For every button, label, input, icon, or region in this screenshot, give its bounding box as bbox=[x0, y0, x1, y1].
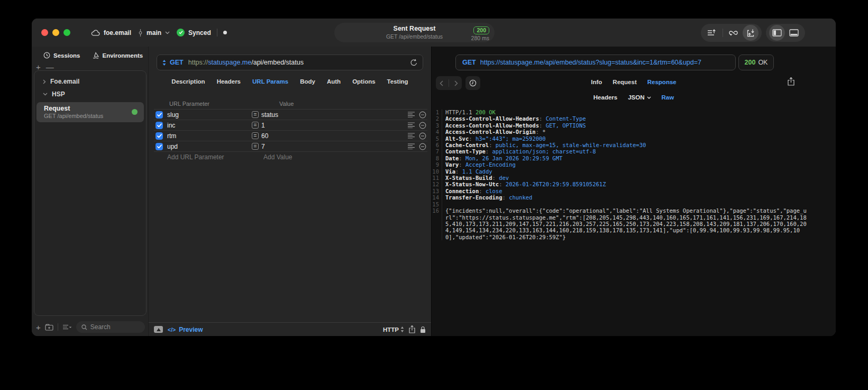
raw-response-body[interactable]: 1HTTP/1.1 200 OK2Access-Control-Allow-He… bbox=[432, 106, 836, 336]
request-item-title: Request bbox=[44, 105, 138, 112]
header-name: Connection bbox=[445, 188, 479, 194]
param-checkbox[interactable] bbox=[156, 122, 163, 129]
line-content: Transfer-Encoding: chunked bbox=[442, 194, 532, 201]
close-window-button[interactable] bbox=[41, 29, 48, 36]
minimize-window-button[interactable] bbox=[52, 29, 59, 36]
header-name: Transfer-Encoding bbox=[445, 194, 502, 201]
param-name[interactable]: inc bbox=[167, 122, 252, 129]
sessions-tree: Foe.email HSP Request GET /api/embed/sta… bbox=[34, 70, 147, 316]
add-session-icon[interactable]: + bbox=[36, 62, 41, 71]
tab-testing[interactable]: Testing bbox=[387, 78, 408, 85]
header-name: X-Status-Now-Utc bbox=[445, 181, 499, 187]
url-scheme: https:// bbox=[188, 59, 208, 66]
line-number: 13 bbox=[432, 188, 442, 194]
list-style-icon[interactable] bbox=[62, 324, 72, 330]
equals-icon: = bbox=[252, 132, 259, 139]
header-value: GET, OPTIONS bbox=[546, 122, 586, 129]
request-method[interactable]: GET bbox=[170, 59, 184, 66]
response-tab-response[interactable]: Response bbox=[647, 79, 677, 85]
param-checkbox[interactable] bbox=[156, 143, 163, 150]
sync-status-label[interactable]: Synced bbox=[188, 29, 211, 37]
sidebar-search-input[interactable]: Search bbox=[76, 321, 145, 333]
subtab-headers[interactable]: Headers bbox=[593, 94, 617, 101]
remove-param-icon[interactable] bbox=[419, 111, 426, 119]
remove-session-icon[interactable]: — bbox=[46, 62, 54, 71]
subtab-json[interactable]: JSON bbox=[628, 94, 651, 101]
param-row: rtm=60 bbox=[154, 130, 427, 141]
project-name[interactable]: foe.email bbox=[104, 29, 131, 37]
response-url-box[interactable]: GET https://statuspage.me/api/embed/stat… bbox=[455, 55, 736, 70]
code-line: 2Access-Control-Allow-Headers: Content-T… bbox=[432, 115, 836, 122]
lock-icon[interactable] bbox=[420, 326, 426, 333]
drag-handle-icon[interactable] bbox=[407, 143, 415, 149]
line-number: 15 bbox=[432, 201, 442, 207]
share-icon[interactable] bbox=[409, 325, 415, 333]
new-folder-icon[interactable] bbox=[45, 324, 53, 331]
param-name[interactable]: upd bbox=[167, 143, 252, 150]
status-dot-icon[interactable] bbox=[223, 31, 227, 34]
line-number: 3 bbox=[432, 122, 442, 129]
param-checkbox[interactable] bbox=[156, 132, 163, 140]
param-checkbox[interactable] bbox=[156, 111, 163, 119]
layout-bottom-icon[interactable] bbox=[786, 25, 802, 41]
tree-group-foe-email[interactable]: Foe.email bbox=[34, 75, 146, 88]
param-value[interactable]: 7 bbox=[261, 143, 265, 150]
branch-name[interactable]: main bbox=[147, 29, 161, 37]
line-content: Access-Control-Allow-Headers: Content-Ty… bbox=[442, 115, 586, 122]
drag-handle-icon[interactable] bbox=[407, 112, 415, 117]
param-value[interactable]: 1 bbox=[261, 122, 265, 129]
layout-sidebar-icon[interactable] bbox=[769, 25, 785, 41]
sync-loop-icon[interactable] bbox=[726, 25, 742, 41]
chevron-down-icon bbox=[43, 93, 48, 96]
line-number: 5 bbox=[432, 135, 442, 142]
param-value[interactable]: status bbox=[261, 111, 278, 119]
remove-param-icon[interactable] bbox=[419, 143, 426, 150]
remove-param-icon[interactable] bbox=[419, 132, 426, 140]
request-duration: 280 ms bbox=[471, 35, 489, 41]
add-param-row[interactable]: Add URL Parameter Add Value bbox=[154, 151, 427, 162]
editor-toggle-icon[interactable] bbox=[154, 326, 163, 333]
remove-param-icon[interactable] bbox=[419, 122, 426, 129]
drag-handle-icon[interactable] bbox=[407, 133, 415, 139]
add-param-name[interactable]: Add URL Parameter bbox=[167, 153, 252, 161]
tab-description[interactable]: Description bbox=[171, 78, 205, 85]
param-name[interactable]: slug bbox=[167, 111, 252, 119]
sent-request-pill[interactable]: Sent Request GET /api/embed/status 200 2… bbox=[334, 23, 495, 42]
line-content bbox=[442, 201, 445, 207]
line-number: 7 bbox=[432, 148, 442, 155]
tab-url-params[interactable]: URL Params bbox=[252, 78, 288, 85]
response-tab-info[interactable]: Info bbox=[591, 79, 602, 85]
branch-icon bbox=[138, 29, 143, 37]
chevron-down-icon[interactable] bbox=[165, 31, 170, 34]
protocol-selector[interactable]: HTTP bbox=[383, 326, 404, 333]
zoom-window-button[interactable] bbox=[63, 29, 70, 36]
header-value: Accept-Encoding bbox=[465, 161, 516, 168]
resend-request-icon[interactable] bbox=[410, 59, 417, 66]
status-protocol: HTTP/1.1 bbox=[445, 109, 476, 115]
request-list-item-selected[interactable]: Request GET /api/embed/status bbox=[36, 102, 144, 122]
method-stepper-icon[interactable] bbox=[162, 60, 166, 66]
tab-body[interactable]: Body bbox=[300, 78, 315, 85]
tab-auth[interactable]: Auth bbox=[327, 78, 341, 85]
titlebar: foe.email main Synced Sent Request GET /… bbox=[32, 19, 836, 47]
import-export-icon[interactable] bbox=[743, 25, 759, 41]
tab-options[interactable]: Options bbox=[352, 78, 375, 85]
export-response-icon[interactable] bbox=[788, 77, 794, 86]
drag-handle-icon[interactable] bbox=[407, 122, 415, 128]
sent-request-subtitle: GET /api/embed/status bbox=[386, 33, 443, 40]
tree-group-hsp[interactable]: HSP bbox=[34, 88, 146, 101]
toolbar-group-right bbox=[766, 24, 805, 42]
param-value[interactable]: 60 bbox=[261, 132, 268, 140]
subtab-raw[interactable]: Raw bbox=[662, 94, 674, 101]
request-url-bar[interactable]: GET https://statuspage.me/api/embed/stat… bbox=[157, 55, 423, 70]
response-tab-request[interactable]: Request bbox=[613, 79, 636, 85]
add-request-icon[interactable]: + bbox=[36, 323, 41, 332]
preview-button[interactable]: </> Preview bbox=[168, 326, 203, 333]
sort-import-icon[interactable] bbox=[704, 25, 720, 41]
header-name: Alt-Svc bbox=[445, 135, 469, 142]
add-param-value[interactable]: Add Value bbox=[263, 153, 293, 161]
tab-headers[interactable]: Headers bbox=[217, 78, 241, 85]
sidebar-tab-environments[interactable]: Environments bbox=[92, 52, 143, 59]
sidebar-tab-sessions[interactable]: Sessions bbox=[43, 52, 80, 59]
param-name[interactable]: rtm bbox=[167, 132, 252, 140]
